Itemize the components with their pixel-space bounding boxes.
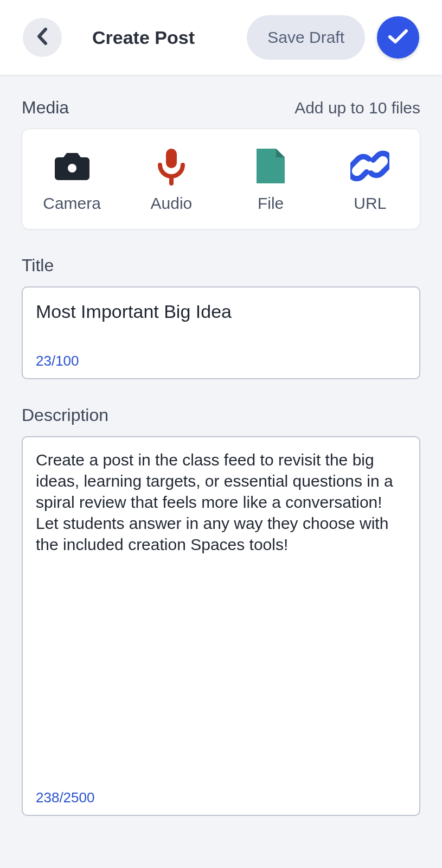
header-bar: Create Post Save Draft <box>0 0 442 76</box>
content-area: Media Add up to 10 files Camera <box>0 76 442 816</box>
title-input[interactable] <box>36 299 406 323</box>
svg-point-1 <box>68 164 76 173</box>
description-label: Description <box>22 405 420 425</box>
description-field-container: 238/2500 <box>22 436 420 816</box>
media-option-label: Audio <box>151 194 193 213</box>
media-section-header: Media Add up to 10 files <box>22 98 420 118</box>
svg-rect-2 <box>166 149 177 168</box>
submit-button[interactable] <box>377 16 419 59</box>
page-title: Create Post <box>92 27 247 48</box>
media-option-file[interactable]: File <box>221 146 321 213</box>
chevron-left-icon <box>36 27 49 48</box>
media-option-url[interactable]: URL <box>321 146 420 213</box>
microphone-icon <box>152 146 190 186</box>
title-char-counter: 23/100 <box>36 353 406 369</box>
media-option-label: File <box>258 194 284 213</box>
media-option-label: URL <box>354 194 386 213</box>
description-char-counter: 238/2500 <box>36 789 406 806</box>
link-icon <box>350 146 389 186</box>
camera-icon <box>53 146 92 186</box>
media-options-card: Camera Audio File <box>22 129 420 229</box>
file-icon <box>254 146 287 186</box>
back-button[interactable] <box>23 18 62 57</box>
media-option-label: Camera <box>43 194 101 213</box>
media-label: Media <box>22 98 69 118</box>
title-label: Title <box>22 256 420 276</box>
title-field-container: 23/100 <box>22 286 420 379</box>
description-input[interactable] <box>36 449 406 789</box>
media-hint: Add up to 10 files <box>294 99 420 117</box>
media-option-camera[interactable]: Camera <box>22 146 121 213</box>
save-draft-button[interactable]: Save Draft <box>247 15 365 60</box>
media-option-audio[interactable]: Audio <box>121 146 221 213</box>
check-icon <box>387 28 409 47</box>
